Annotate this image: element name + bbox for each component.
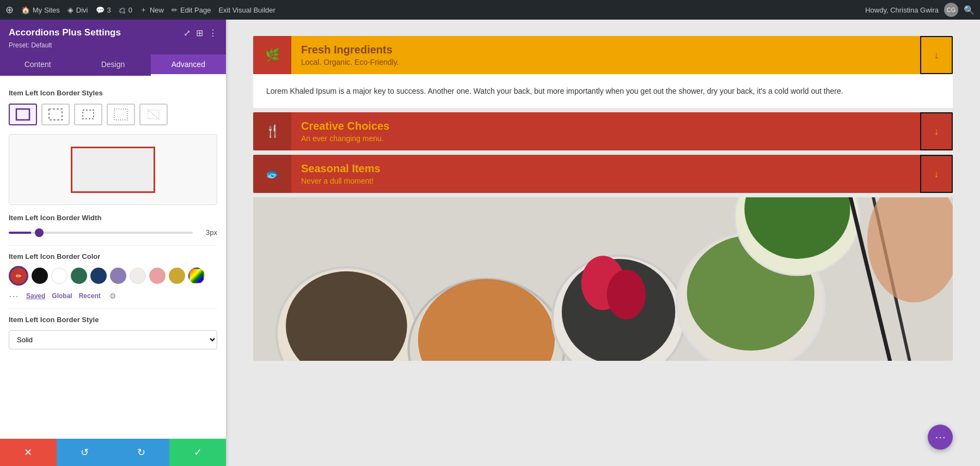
accordion-toggle-1[interactable]: ↓ (920, 36, 953, 74)
svg-rect-2 (83, 110, 94, 119)
accordion-toggle-3[interactable]: ↓ (920, 155, 953, 193)
border-style-dashed-inner[interactable] (74, 104, 102, 125)
border-color-label: Item Left Icon Border Color (9, 252, 217, 261)
save-button[interactable]: ✓ (169, 439, 226, 466)
border-style-select[interactable]: Solid Dashed Dotted Double None (9, 330, 217, 349)
border-style-dotted[interactable] (107, 104, 135, 125)
food-image (253, 197, 953, 361)
accordion-header-1[interactable]: 🌿 Fresh Ingredients Local. Organic. Eco-… (253, 36, 953, 74)
tab-content[interactable]: Content (0, 55, 75, 76)
border-width-label: Item Left Icon Border Width (9, 214, 217, 222)
color-tab-global[interactable]: Global (52, 292, 72, 300)
accordion-icon-3: 🐟 (253, 155, 291, 193)
panel-title: Accordions Plus Settings (9, 27, 121, 38)
redo-icon: ↻ (137, 446, 145, 458)
new-menu[interactable]: ＋ New (140, 5, 164, 15)
border-style-none[interactable] (139, 104, 168, 125)
bubble-count: 0 (128, 6, 132, 14)
floating-action-button[interactable]: ⋯ (928, 425, 953, 450)
save-icon: ✓ (194, 446, 202, 458)
user-avatar[interactable]: CG (944, 3, 958, 17)
accordion-title-2: Creative Choices (301, 120, 910, 132)
my-sites-menu[interactable]: 🏠 My Sites (21, 6, 60, 14)
tab-design[interactable]: Design (75, 55, 150, 76)
border-style-options (9, 104, 217, 125)
panel-title-row: Accordions Plus Settings ⤢ ⊞ ⋮ (9, 27, 217, 38)
main-layout: Accordions Plus Settings ⤢ ⊞ ⋮ Preset: D… (0, 20, 980, 466)
accordion-text-1: Fresh Ingredients Local. Organic. Eco-Fr… (291, 36, 920, 74)
edit-page-btn[interactable]: ✏ Edit Page (171, 6, 211, 14)
accordion-item-2: 🍴 Creative Choices An ever changing menu… (253, 112, 953, 150)
toggle-icon-1: ↓ (934, 50, 939, 61)
edit-page-label: Edit Page (180, 6, 211, 14)
accordion-toggle-2[interactable]: ↓ (920, 112, 953, 150)
border-width-slider-row: 3px (9, 228, 217, 237)
color-swatch-gold[interactable] (169, 268, 185, 284)
panel-header: Accordions Plus Settings ⤢ ⊞ ⋮ Preset: D… (0, 20, 226, 55)
color-settings-icon[interactable]: ⚙ (109, 292, 117, 300)
wp-icon: ⊕ (5, 4, 14, 16)
color-swatch-blue[interactable] (90, 268, 107, 284)
color-tab-saved[interactable]: Saved (26, 292, 45, 300)
divider-2 (9, 308, 217, 309)
color-tabs-row: ⋯ Saved Global Recent ⚙ (9, 290, 217, 302)
wp-logo[interactable]: ⊕ (5, 4, 14, 16)
floating-icon: ⋯ (935, 431, 946, 444)
divider-1 (9, 245, 217, 246)
accordion-item-3: 🐟 Seasonal Items Never a dull moment! ↓ (253, 155, 953, 193)
undo-button[interactable]: ↺ (57, 439, 113, 466)
comments-menu[interactable]: 💬 3 (96, 6, 111, 14)
grid-icon[interactable]: ⊞ (196, 28, 203, 38)
bubbles-menu[interactable]: 🗯 0 (119, 6, 132, 14)
accordion-title-1: Fresh Ingredients (301, 44, 910, 56)
accordion-header-3[interactable]: 🐟 Seasonal Items Never a dull moment! ↓ (253, 155, 953, 193)
bubble-icon: 🗯 (119, 6, 126, 14)
admin-bar: ⊕ 🏠 My Sites ◈ Divi 💬 3 🗯 0 ＋ New ✏ Edit… (0, 0, 980, 20)
border-width-slider[interactable] (9, 232, 193, 234)
border-style-solid[interactable] (9, 104, 37, 125)
pencil-icon: ✏ (171, 6, 177, 14)
divi-menu[interactable]: ◈ Divi (68, 5, 88, 14)
plus-icon: ＋ (140, 5, 147, 15)
selected-color-swatch[interactable]: ✏ (9, 266, 28, 286)
content-area: 🌿 Fresh Ingredients Local. Organic. Eco-… (226, 20, 980, 466)
color-tab-recent[interactable]: Recent (79, 292, 101, 300)
divi-icon: ◈ (68, 5, 74, 14)
color-swatch-green[interactable] (71, 268, 87, 284)
accordion-header-2[interactable]: 🍴 Creative Choices An ever changing menu… (253, 112, 953, 150)
accordion-text-3: Seasonal Items Never a dull moment! (291, 155, 920, 193)
cancel-button[interactable]: ✕ (0, 439, 57, 466)
border-style-select-row: Solid Dashed Dotted Double None (9, 330, 217, 349)
accordion-subtitle-3: Never a dull moment! (301, 177, 910, 185)
color-swatch-purple[interactable] (110, 268, 126, 284)
expand-icon[interactable]: ⤢ (183, 28, 191, 38)
accordion-body-text-1: Lorem Khaled Ipsum is a major key to suc… (266, 87, 843, 95)
color-swatch-pink[interactable] (149, 268, 166, 284)
divi-label: Divi (76, 6, 88, 14)
exit-builder-btn[interactable]: Exit Visual Builder (218, 6, 275, 14)
accordion-icon-1: 🌿 (253, 36, 291, 74)
settings-panel: Accordions Plus Settings ⤢ ⊞ ⋮ Preset: D… (0, 20, 226, 466)
border-style-dashed-outer[interactable] (41, 104, 70, 125)
panel-preset[interactable]: Preset: Default (9, 41, 217, 49)
color-swatch-custom[interactable] (188, 268, 205, 284)
color-swatch-cream[interactable] (130, 268, 146, 284)
redo-button[interactable]: ↻ (113, 439, 170, 466)
accordion-title-3: Seasonal Items (301, 162, 910, 175)
svg-line-5 (147, 109, 160, 120)
undo-icon: ↺ (81, 446, 89, 458)
color-swatch-white[interactable] (51, 268, 68, 284)
tab-advanced[interactable]: Advanced (151, 55, 226, 76)
border-styles-label: Item Left Icon Border Styles (9, 89, 217, 97)
color-swatch-black[interactable] (32, 268, 48, 284)
panel-content: Item Left Icon Border Styles (0, 76, 226, 439)
more-icon[interactable]: ⋮ (209, 28, 217, 38)
search-icon[interactable]: 🔍 (964, 5, 975, 15)
svg-rect-3 (114, 109, 127, 120)
user-greeting: Howdy, Christina Gwira (865, 6, 939, 14)
accordion-item-1: 🌿 Fresh Ingredients Local. Organic. Eco-… (253, 36, 953, 108)
accordion-text-2: Creative Choices An ever changing menu. (291, 112, 920, 150)
toggle-icon-3: ↓ (934, 168, 939, 180)
svg-rect-1 (49, 109, 62, 120)
my-sites-label: My Sites (33, 6, 60, 14)
